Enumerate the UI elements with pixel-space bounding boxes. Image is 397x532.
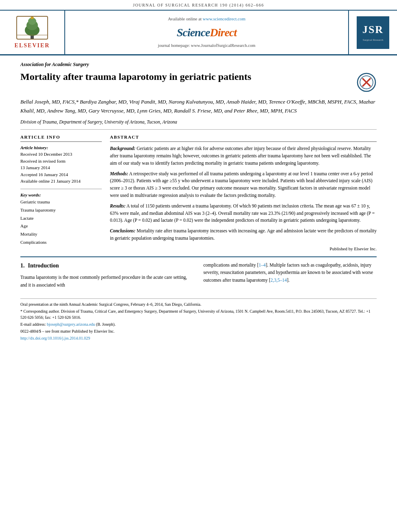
keyword-complications: Complications [20,238,102,247]
conclusions-text: Mortality rate after trauma laparotomy i… [110,228,377,241]
article-info-abstract: Article Info Article history: Received 1… [20,134,377,252]
elsevier-text: ELSEVIER [15,42,50,50]
article-info-column: Article Info Article history: Received 1… [20,134,102,252]
svg-point-6 [31,17,34,19]
publisher-bar: ELSEVIER Available online at www.science… [0,11,397,55]
footnote-doi: http://dx.doi.org/10.1016/j.jss.2014.01.… [20,335,377,341]
jsr-logo: JSR Surgical Research [348,11,397,54]
email-link[interactable]: bjoseph@surgery.arizona.edu [47,322,95,327]
affiliation: Division of Trauma, Department of Surger… [20,119,377,125]
footnote-issn: 0022-4804/$ – see front matter Published… [20,328,377,334]
revised-date: 13 January 2014 [20,164,102,171]
conclusions-label: Conclusions: [110,228,136,233]
email-note: (B. Joseph). [96,322,116,327]
main-content: Association for Academic Surgery Mortali… [0,55,397,294]
authors: Bellal Joseph, MD, FACS,* Bardiya Zangba… [20,97,377,115]
abstract-methods: Methods: A retrospective study was perfo… [110,170,377,199]
article-title-area: Mortality after trauma laparotomy in ger… [20,71,377,93]
elsevier-logo: ELSEVIER [0,11,65,54]
article-history: Article history: Received 10 December 20… [20,144,102,185]
keywords-list: Geriatric trauma Trauma laparotomy Lacta… [20,198,102,247]
ref-2-3-5-14[interactable]: 2,3,5–14 [270,278,287,283]
footnote-corresponding: * Corresponding author. Division of Trau… [20,308,377,320]
keyword-lactate: Lactate [20,214,102,223]
accepted-date: Accepted 16 January 2014 [20,171,102,178]
crossmark-icon [356,72,377,93]
intro-left-text: Trauma laparotomy is the most commonly p… [20,274,194,289]
journal-header: Journal of Surgical Research 190 (2014) … [0,0,397,11]
methods-label: Methods: [110,171,128,176]
email-label: E-mail address: [20,322,46,327]
body-two-col: 1.Introduction Trauma laparotomy is the … [20,261,377,289]
journal-homepage: journal homepage: www.JournalofSurgicalR… [158,43,255,49]
keyword-geriatric-trauma: Geriatric trauma [20,198,102,206]
footnote-email: E-mail address: bjoseph@surgery.arizona.… [20,321,377,327]
abstract-column: Abstract Background: Geriatric patients … [110,134,377,252]
keyword-age: Age [20,222,102,230]
abstract-results: Results: A total of 1150 patients underw… [110,203,377,224]
keywords-label: Key words: [20,192,102,199]
results-label: Results: [110,203,125,208]
body-right-col: complications and mortality [1–4]. Multi… [204,261,377,289]
keyword-mortality: Mortality [20,230,102,238]
available-link[interactable]: www.sciencedirect.com [203,16,246,21]
methods-text: A retrospective study was performed of a… [110,171,373,198]
sd-direct: Direct [210,26,237,39]
jsr-box: JSR Surgical Research [357,16,389,49]
article-title: Mortality after trauma laparotomy in ger… [20,71,356,83]
abstract-background: Background: Geriatric patients are at hi… [110,145,377,167]
results-text: A total of 1150 patients underwent a tra… [110,203,375,223]
sciencedirect-brand: ScienceDirect [177,24,237,40]
divider-1 [20,129,377,130]
background-label: Background: [110,146,136,151]
published-by: Published by Elsevier Inc. [110,245,377,252]
body-section: 1.Introduction Trauma laparotomy is the … [20,256,377,289]
received-revised-label: Received in revised form [20,158,102,165]
available-date: Available online 21 January 2014 [20,178,102,185]
sd-science: Science [177,26,210,39]
section-label: Association for Academic Surgery [20,61,377,68]
available-text: Available online at www.sciencedirect.co… [168,16,246,22]
intro-heading-text: Introduction [28,263,59,269]
intro-right-text: complications and mortality [1–4]. Multi… [204,261,377,284]
history-label: Article history: [20,144,102,151]
intro-heading: 1.Introduction [20,261,194,270]
footnote-oral: Oral presentation at the ninth Annual Ac… [20,301,377,307]
ref-1-4[interactable]: 1–4 [259,263,265,267]
keywords-divider [20,189,102,189]
abstract-header: Abstract [110,134,377,142]
jsr-subtitle: Surgical Research [363,38,384,42]
body-left-col: 1.Introduction Trauma laparotomy is the … [20,261,194,289]
background-text: Geriatric patients are at higher risk fo… [110,146,371,166]
abstract-conclusions: Conclusions: Mortality rate after trauma… [110,227,377,242]
jsr-letters: JSR [362,22,384,37]
received-date: Received 10 December 2013 [20,151,102,158]
sciencedirect-center: Available online at www.sciencedirect.co… [65,11,348,54]
keyword-trauma-laparotomy: Trauma laparotomy [20,206,102,214]
article-info-header: Article Info [20,134,102,142]
journal-title: Journal of Surgical Research 190 (2014) … [133,3,264,7]
doi-link[interactable]: http://dx.doi.org/10.1016/j.jss.2014.01.… [20,336,90,340]
intro-number: 1. [20,263,25,269]
footnotes: Oral presentation at the ninth Annual Ac… [20,298,377,341]
elsevier-tree-icon [16,15,48,40]
